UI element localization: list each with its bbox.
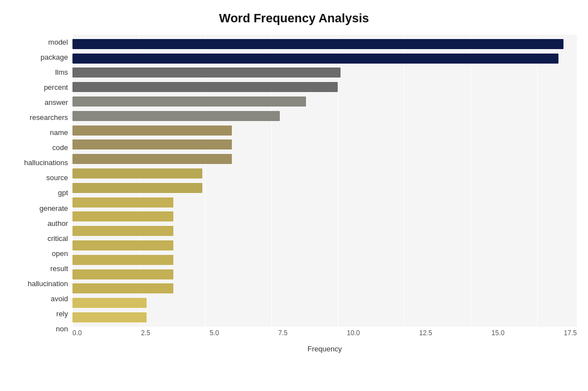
bar-row [72, 210, 577, 223]
bar-row [72, 282, 577, 295]
bar [72, 183, 202, 193]
y-label: name [50, 125, 68, 140]
bar-row [72, 95, 577, 108]
x-tick: 12.5 [419, 329, 432, 344]
chart-container: Word Frequency Analysis modelpackagellms… [0, 0, 588, 391]
bar [72, 240, 173, 250]
x-tick: 17.5 [564, 329, 577, 344]
bar-row [72, 66, 577, 79]
y-label: source [46, 171, 68, 185]
x-tick: 0.0 [72, 329, 82, 344]
bar-row [72, 52, 577, 65]
bar [72, 197, 173, 207]
bar-row [72, 124, 577, 137]
plot-area: 0.02.55.07.510.012.515.017.5 Frequency [72, 35, 577, 353]
bar-row [72, 182, 577, 194]
bar-row [72, 167, 577, 180]
bar-row [72, 268, 577, 281]
bar [72, 54, 558, 64]
x-tick: 2.5 [141, 329, 150, 344]
y-label: critical [47, 231, 68, 245]
y-label: hallucinations [24, 156, 68, 170]
y-label: hallucination [28, 276, 68, 291]
chart-area: modelpackagellmspercentanswerresearchers… [11, 35, 577, 353]
chart-title: Word Frequency Analysis [11, 11, 577, 26]
x-tick: 10.0 [347, 329, 359, 344]
bar [72, 111, 280, 121]
y-labels: modelpackagellmspercentanswerresearchers… [11, 35, 72, 353]
grid-and-bars [72, 35, 577, 327]
bar [72, 154, 232, 164]
x-axis-label: Frequency [72, 345, 577, 353]
bar-row [72, 225, 577, 237]
bar [72, 269, 173, 279]
y-label: researchers [30, 110, 68, 125]
y-label: package [41, 50, 68, 65]
y-label: open [52, 246, 68, 260]
bar [72, 298, 147, 308]
bars-wrapper [72, 35, 577, 327]
y-label: rely [56, 306, 68, 321]
bar [72, 139, 232, 149]
y-label: avoid [51, 291, 68, 306]
y-label: percent [44, 80, 68, 95]
x-tick: 5.0 [210, 329, 219, 344]
bar [72, 226, 173, 236]
bar-row [72, 254, 577, 266]
bar [72, 312, 147, 322]
bar-row [72, 196, 577, 209]
x-tick: 7.5 [278, 329, 288, 344]
bar-row [72, 38, 577, 50]
bar-row [72, 110, 577, 122]
x-tick: 15.0 [492, 329, 504, 344]
bar [72, 82, 338, 92]
bar [72, 255, 173, 265]
bar [72, 283, 173, 293]
x-axis: 0.02.55.07.510.012.515.017.5 [72, 327, 577, 344]
bar-row [72, 81, 577, 93]
bar [72, 125, 232, 136]
y-label: non [56, 321, 68, 336]
bar [72, 67, 341, 78]
y-label: author [47, 216, 68, 230]
bar-row [72, 297, 577, 309]
bar-row [72, 138, 577, 151]
bar [72, 39, 563, 49]
bar-row [72, 239, 577, 252]
y-label: answer [45, 95, 68, 110]
bar [72, 211, 173, 221]
bar [72, 168, 202, 178]
y-label: generate [40, 201, 68, 215]
y-label: code [52, 141, 68, 155]
bar [72, 96, 306, 107]
y-label: result [50, 261, 68, 276]
y-label: gpt [58, 186, 68, 200]
y-label: llms [55, 65, 68, 80]
bar-row [72, 311, 577, 324]
y-label: model [48, 35, 68, 50]
bar-row [72, 153, 577, 165]
